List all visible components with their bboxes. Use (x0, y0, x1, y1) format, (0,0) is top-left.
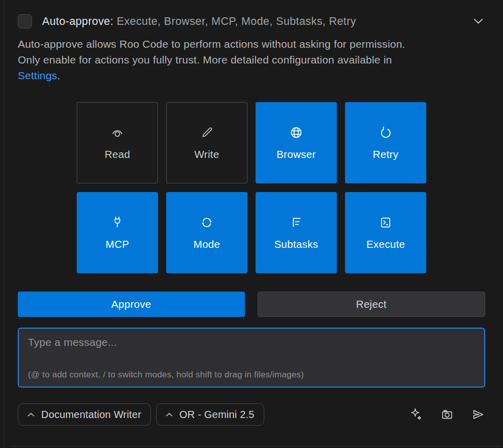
list-tree-icon (289, 215, 303, 230)
section-divider (10, 446, 501, 447)
toggle-label: Read (105, 148, 130, 161)
toggle-write[interactable]: Write (166, 102, 247, 183)
eye-icon (110, 125, 124, 140)
send-icon[interactable] (471, 407, 485, 422)
toggle-mcp[interactable]: MCP (77, 192, 158, 273)
auto-approve-header: Auto-approve: Execute, Browser, MCP, Mod… (18, 14, 485, 28)
chevron-down-icon[interactable] (471, 16, 485, 26)
chat-input-placeholder: Type a message... (28, 336, 475, 348)
globe-icon (289, 125, 303, 140)
toggle-label: Retry (373, 148, 398, 161)
refresh-icon (379, 125, 393, 140)
chevron-up-icon (166, 412, 173, 417)
description-period: . (57, 70, 60, 81)
toggle-execute[interactable]: Execute (345, 192, 426, 273)
toggle-label: Subtasks (274, 238, 319, 250)
toggle-mode[interactable]: Mode (166, 192, 247, 273)
pencil-icon (200, 125, 214, 140)
reject-button[interactable]: Reject (258, 292, 486, 317)
toggle-read[interactable]: Read (77, 102, 158, 183)
toggle-label: MCP (106, 238, 129, 250)
toggle-label: Mode (194, 238, 220, 250)
auto-approve-toggle-grid: Read Write Browser (77, 102, 426, 273)
sync-icon (200, 215, 214, 230)
terminal-icon (379, 215, 393, 230)
auto-approve-label: Auto-approve: (42, 15, 113, 27)
chat-input[interactable]: Type a message... (@ to add context, / t… (18, 328, 485, 388)
mode-selector-label: Documentation Writer (41, 409, 141, 421)
toggle-retry[interactable]: Retry (345, 102, 426, 183)
model-selector-label: OR - Gemini 2.5 (179, 409, 254, 421)
action-row: Approve Reject (18, 292, 485, 317)
auto-approve-description: Auto-approve allows Roo Code to perform … (18, 36, 485, 83)
toggle-subtasks[interactable]: Subtasks (256, 192, 337, 273)
auto-approve-checkbox[interactable] (18, 14, 32, 28)
plug-icon (110, 215, 124, 230)
approve-button[interactable]: Approve (18, 292, 245, 317)
description-line-1: Auto-approve allows Roo Code to perform … (18, 38, 405, 50)
toggle-label: Execute (366, 238, 405, 250)
auto-approve-summary: Execute, Browser, MCP, Mode, Subtasks, R… (113, 15, 356, 27)
composer-footer: Documentation Writer OR - Gemini 2.5 (18, 403, 485, 426)
sparkle-icon[interactable] (409, 407, 423, 422)
description-line-2: Only enable for actions you fully trust.… (18, 54, 392, 66)
toggle-browser[interactable]: Browser (256, 102, 337, 183)
settings-link[interactable]: Settings (18, 70, 57, 81)
chat-input-hint: (@ to add context, / to switch modes, ho… (28, 370, 304, 380)
auto-approve-panel: Auto-approve: Execute, Browser, MCP, Mod… (0, 0, 503, 426)
toggle-label: Write (195, 148, 219, 161)
model-selector[interactable]: OR - Gemini 2.5 (156, 403, 264, 426)
mode-selector[interactable]: Documentation Writer (18, 403, 151, 426)
auto-approve-title[interactable]: Auto-approve: Execute, Browser, MCP, Mod… (42, 15, 356, 28)
toggle-label: Browser (276, 148, 316, 161)
camera-icon[interactable] (440, 407, 454, 422)
chevron-up-icon (27, 412, 35, 417)
